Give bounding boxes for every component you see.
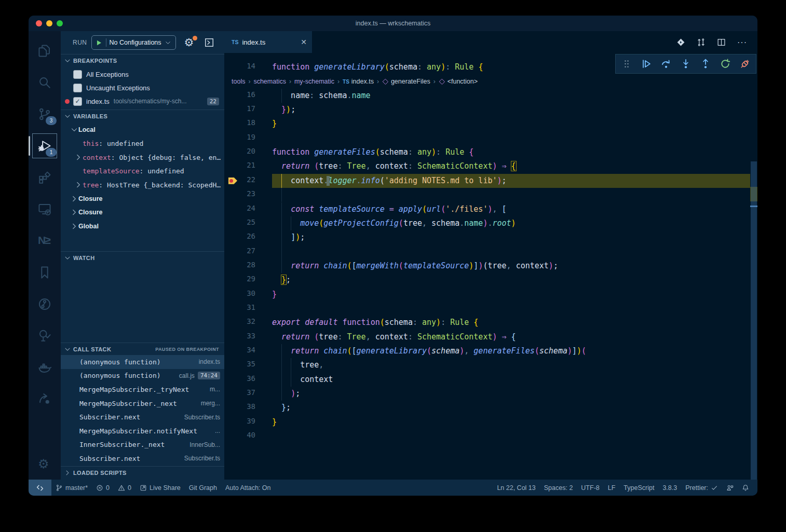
status-item-cursor-position[interactable]: Ln 22, Col 13 bbox=[493, 484, 539, 492]
editor-gutter[interactable]: 14 bbox=[224, 60, 272, 74]
call-stack-frame[interactable]: (anonymous function)index.ts bbox=[61, 355, 224, 369]
editor-gutter[interactable]: 30 bbox=[224, 288, 272, 302]
editor-gutter[interactable]: 25 bbox=[224, 216, 272, 230]
code-line[interactable]: 27 bbox=[224, 245, 750, 259]
code-line[interactable]: 16 name: schema.name bbox=[224, 89, 750, 103]
status-item-notifications[interactable] bbox=[738, 484, 753, 492]
breakpoint-dot[interactable] bbox=[65, 99, 70, 104]
activity-item-gitlens[interactable] bbox=[33, 292, 57, 316]
step-out-button[interactable] bbox=[698, 56, 713, 72]
code-line[interactable]: 18} bbox=[224, 117, 750, 131]
call-stack-frame[interactable]: MergeMapSubscriber.notifyNext... bbox=[61, 424, 224, 438]
code-line[interactable]: 34 return chain([generateLibrary(schema)… bbox=[224, 344, 750, 358]
chevron-right-icon[interactable] bbox=[70, 195, 78, 203]
code-line[interactable]: 40 bbox=[224, 429, 750, 443]
call-stack-frame[interactable]: InnerSubscriber._nextInnerSub... bbox=[61, 438, 224, 452]
status-item-git-branch[interactable]: master* bbox=[51, 480, 92, 496]
activity-item-docker[interactable] bbox=[33, 356, 57, 379]
editor-gutter[interactable]: 39 bbox=[224, 415, 272, 429]
editor-gutter[interactable]: 23 bbox=[224, 188, 272, 202]
editor-gutter[interactable]: 20 bbox=[224, 145, 272, 159]
call-stack-frame[interactable]: MergeMapSubscriber._nextmerg... bbox=[61, 397, 224, 411]
code-line[interactable]: 25 move(getProjectConfig(tree, schema.na… bbox=[224, 216, 750, 230]
continue-button[interactable] bbox=[639, 56, 654, 72]
editor-gutter[interactable]: 19 bbox=[224, 131, 272, 145]
chevron-right-icon[interactable] bbox=[74, 181, 83, 189]
step-over-button[interactable] bbox=[658, 56, 674, 72]
code-line[interactable]: 33 return (tree: Tree, context: Schemati… bbox=[224, 330, 750, 344]
editor-gutter[interactable]: 32 bbox=[224, 316, 272, 330]
breakpoints-section-header[interactable]: BREAKPOINTS bbox=[61, 54, 224, 66]
scrollbar-thumb[interactable] bbox=[751, 161, 757, 480]
more-icon[interactable]: ··· bbox=[737, 38, 746, 47]
variable-row[interactable]: this: undefined bbox=[61, 137, 224, 151]
status-item-feedback[interactable] bbox=[722, 484, 738, 492]
code-line[interactable]: 29 }; bbox=[224, 273, 750, 287]
disconnect-button[interactable] bbox=[737, 56, 753, 72]
debug-console-button[interactable] bbox=[204, 37, 214, 48]
checkbox[interactable] bbox=[73, 70, 82, 79]
breakpoint-row[interactable]: ✓index.tstools/schematics/my-sch...22 bbox=[61, 94, 224, 108]
code-line[interactable]: 24 const templateSource = apply(url('./f… bbox=[224, 202, 750, 216]
status-item-encoding[interactable]: UTF-8 bbox=[577, 484, 603, 492]
launch-configuration-dropdown[interactable]: No Configurations bbox=[91, 35, 176, 50]
editor-gutter[interactable]: 24 bbox=[224, 202, 272, 216]
breadcrumb-item[interactable]: TSindex.ts bbox=[343, 78, 374, 85]
configure-gear-button[interactable]: ⚙ bbox=[184, 37, 196, 48]
activity-item-explorer[interactable] bbox=[33, 39, 57, 63]
code-editor[interactable]: 14function generateLibrary(schema: any):… bbox=[224, 53, 757, 480]
scope-row[interactable]: Global bbox=[61, 220, 224, 234]
status-item-eol[interactable]: LF bbox=[604, 484, 620, 492]
breadcrumb-item[interactable]: my-schematic bbox=[294, 78, 334, 85]
activity-item-remote-explorer[interactable] bbox=[33, 197, 57, 221]
status-item-language-mode[interactable]: TypeScript bbox=[619, 484, 658, 492]
code-line[interactable]: 35 tree, bbox=[224, 358, 750, 372]
tab-index-ts[interactable]: TS index.ts ✕ bbox=[224, 31, 312, 53]
activity-item-extensions[interactable] bbox=[33, 166, 57, 189]
split-editor-icon[interactable] bbox=[717, 38, 726, 47]
call-stack-frame[interactable]: MergeMapSubscriber._tryNextm... bbox=[61, 383, 224, 397]
code-line[interactable]: 23 bbox=[224, 188, 750, 202]
watch-section-header[interactable]: WATCH bbox=[61, 251, 224, 264]
status-item-ts-version[interactable]: 3.8.3 bbox=[658, 484, 681, 492]
code-line[interactable]: 37 ); bbox=[224, 387, 750, 401]
editor-gutter[interactable]: 34 bbox=[224, 344, 272, 358]
activity-item-source-control[interactable]: 3 bbox=[33, 102, 57, 126]
activity-item-bookmarks[interactable] bbox=[33, 261, 57, 284]
call-stack-frame[interactable]: Subscriber.nextSubscriber.ts bbox=[61, 452, 224, 466]
activity-item-search[interactable] bbox=[33, 71, 57, 94]
code-line[interactable]: 32export default function(schema: any): … bbox=[224, 316, 750, 330]
code-line[interactable]: 17 }); bbox=[224, 103, 750, 117]
editor-gutter[interactable]: 29 bbox=[224, 273, 272, 287]
code-line[interactable]: 26 ]); bbox=[224, 230, 750, 244]
code-line[interactable]: 19 bbox=[224, 131, 750, 145]
code-line[interactable]: 21 return (tree: Tree, context: Schemati… bbox=[224, 159, 750, 173]
editor-gutter[interactable]: 33 bbox=[224, 330, 272, 344]
code-line[interactable]: 38 }; bbox=[224, 401, 750, 415]
chevron-down-icon[interactable] bbox=[70, 126, 78, 134]
scope-row[interactable]: Closure bbox=[61, 192, 224, 206]
checkbox[interactable]: ✓ bbox=[73, 97, 82, 106]
editor-gutter[interactable]: 37 bbox=[224, 387, 272, 401]
code-line[interactable]: 30} bbox=[224, 288, 750, 302]
activity-item-manage[interactable]: ⚙ bbox=[33, 453, 57, 476]
chevron-right-icon[interactable] bbox=[70, 222, 78, 230]
loaded-scripts-section-header[interactable]: LOADED SCRIPTS bbox=[61, 466, 224, 479]
editor-gutter[interactable]: 35 bbox=[224, 358, 272, 372]
chevron-right-icon[interactable] bbox=[74, 153, 83, 161]
status-item-git-graph[interactable]: Git Graph bbox=[185, 480, 221, 496]
activity-item-nx-console[interactable]: N≥ bbox=[33, 229, 57, 253]
code-line[interactable]: 20function generateFiles(schema: any): R… bbox=[224, 145, 750, 159]
status-item-warnings[interactable]: 0 bbox=[114, 480, 135, 496]
breadcrumb-item[interactable]: tools bbox=[232, 78, 245, 85]
call-stack-section-header[interactable]: CALL STACK PAUSED ON BREAKPOINT bbox=[61, 343, 224, 355]
code-line[interactable]: 39} bbox=[224, 415, 750, 429]
restart-button[interactable] bbox=[717, 56, 733, 72]
remote-indicator[interactable] bbox=[29, 480, 51, 496]
status-item-errors[interactable]: 0 bbox=[92, 480, 114, 496]
activity-item-run-debug[interactable]: 1 bbox=[33, 134, 57, 158]
code-line[interactable]: 36 context bbox=[224, 373, 750, 387]
variable-row[interactable]: tree: HostTree {_backend: ScopedH… bbox=[61, 178, 224, 192]
editor-gutter[interactable]: 28 bbox=[224, 259, 272, 273]
breadcrumb-item[interactable]: <function> bbox=[439, 78, 478, 85]
